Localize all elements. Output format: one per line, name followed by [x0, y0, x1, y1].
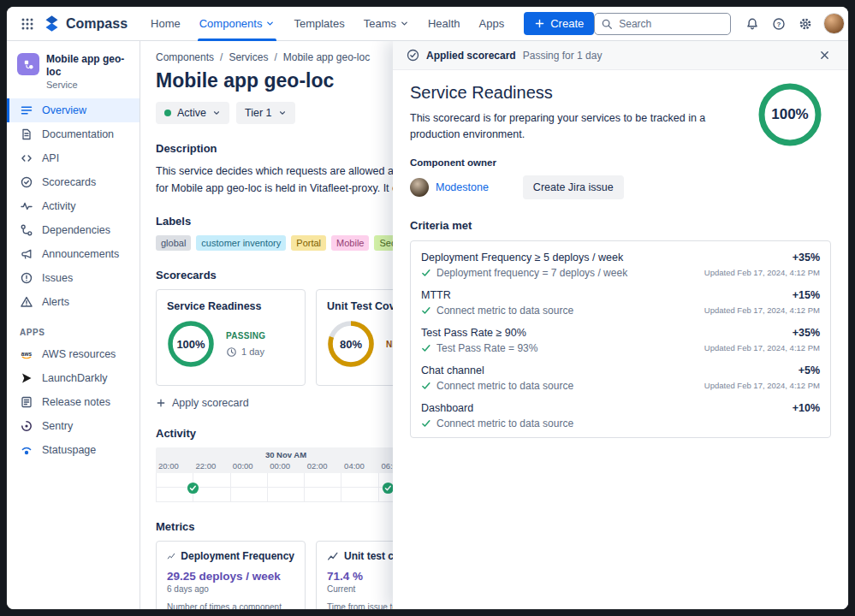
top-navigation: Compass Home Components Templates Teams … [7, 7, 848, 41]
search-input[interactable] [594, 13, 731, 35]
sidebar-item-activity[interactable]: Activity [7, 194, 140, 218]
nav-apps[interactable]: Apps [470, 7, 514, 41]
applied-scorecard-panel: Applied scorecard Passing for 1 day Serv… [393, 41, 848, 609]
criterion-weight: +10% [793, 402, 820, 414]
criterion-detail: Connect metric to data source [436, 380, 573, 392]
criterion-row: Dashboard +10% Connect metric to data so… [411, 396, 830, 434]
sidebar-item-issues[interactable]: Issues [7, 266, 140, 290]
metric-updated: 6 days ago [167, 584, 294, 594]
breadcrumb-components[interactable]: Components [156, 51, 214, 63]
panel-header-status: Passing for 1 day [523, 50, 603, 62]
overview-icon [20, 104, 33, 117]
issues-icon [20, 271, 33, 285]
activity-timeline: 30 Nov AM 20:00 22:00 00:00 00:00 02:00 … [156, 447, 416, 502]
panel-header-label: Applied scorecard [426, 50, 516, 62]
alert-triangle-icon [20, 295, 33, 309]
nav-teams[interactable]: Teams [354, 7, 419, 41]
criterion-weight: +5% [799, 364, 820, 376]
check-icon [421, 268, 431, 278]
search-box [594, 13, 731, 35]
criterion-name: MTTR [421, 289, 451, 301]
criteria-list: Deployment Frequency ≥ 5 deploys / week … [410, 240, 831, 438]
criterion-row: Deployment Frequency ≥ 5 deploys / week … [411, 246, 830, 283]
sidebar-item-api[interactable]: API [7, 146, 140, 170]
notifications-icon[interactable] [740, 12, 764, 36]
criterion-name: Chat channel [421, 364, 484, 376]
timeline-header: 30 Nov AM 20:00 22:00 00:00 00:00 02:00 … [156, 447, 416, 473]
code-icon [20, 151, 33, 165]
label-tag[interactable]: Portal [291, 235, 326, 251]
nav-home[interactable]: Home [141, 7, 190, 41]
criterion-name: Dashboard [421, 402, 473, 414]
check-icon [421, 343, 431, 353]
criterion-weight: +15% [793, 289, 820, 301]
megaphone-icon [20, 247, 33, 261]
criteria-met-heading: Criteria met [410, 219, 831, 232]
sidebar-app-sentry[interactable]: Sentry [7, 414, 140, 438]
topnav-right-cluster: ? [594, 12, 845, 36]
clock-icon [226, 346, 237, 358]
criterion-updated: Updated Feb 17, 2024, 4:12 PM [704, 343, 820, 352]
launchdarkly-icon [20, 371, 33, 385]
tier-dropdown[interactable]: Tier 1 [236, 102, 295, 124]
document-icon [20, 127, 33, 141]
breadcrumb-services[interactable]: Services [229, 51, 268, 63]
scorecard-icon [20, 175, 33, 189]
sidebar-item-documentation[interactable]: Documentation [7, 122, 140, 146]
criterion-detail: Connect metric to data source [436, 305, 573, 317]
statuspage-icon [20, 443, 33, 457]
label-tag[interactable]: Mobile [331, 235, 369, 251]
scorecard-score-value: 100% [757, 82, 822, 147]
criterion-updated: Updated Feb 17, 2024, 4:12 PM [704, 268, 820, 277]
timeline-date: 30 Nov AM [156, 450, 416, 459]
status-dropdown[interactable]: Active [156, 102, 229, 124]
aws-icon: aws [20, 347, 33, 361]
criterion-row: MTTR +15% Connect metric to data source … [411, 283, 830, 321]
sidebar-app-release-notes[interactable]: Release notes [7, 390, 140, 414]
user-avatar[interactable] [823, 13, 845, 34]
scorecard-score-ring: 100% [757, 82, 822, 147]
chevron-down-icon [212, 109, 221, 117]
component-icon [17, 53, 39, 75]
dependencies-icon [20, 223, 33, 237]
line-chart-icon [327, 550, 339, 562]
scorecard-card-service-readiness[interactable]: Service Readiness 100% PASSING 1 day [156, 289, 306, 386]
criterion-name: Deployment Frequency ≥ 5 deploys / week [421, 252, 623, 264]
metric-card-deployment-frequency[interactable]: Deployment Frequency 29.25 deploys / wee… [156, 541, 306, 609]
active-status-dot [164, 110, 171, 116]
criterion-updated: Updated Feb 17, 2024, 4:12 PM [704, 305, 820, 315]
settings-gear-icon[interactable] [793, 12, 817, 36]
score-ring-80: 80% [327, 320, 375, 368]
app-switcher-icon[interactable] [15, 12, 39, 36]
sidebar-item-overview[interactable]: Overview [7, 98, 140, 122]
nav-components[interactable]: Components [190, 7, 285, 41]
label-tag[interactable]: customer inventory [196, 235, 286, 251]
nav-health[interactable]: Health [419, 7, 470, 41]
sidebar-item-announcements[interactable]: Announcements [7, 242, 140, 266]
sidebar: Mobile app geo-loc Service Overview Docu… [7, 41, 140, 609]
sidebar-item-dependencies[interactable]: Dependencies [7, 218, 140, 242]
help-icon[interactable]: ? [767, 12, 791, 36]
sidebar-app-statuspage[interactable]: Statuspage [7, 438, 140, 462]
label-tag[interactable]: global [156, 235, 191, 251]
create-jira-issue-button[interactable]: Create Jira issue [523, 175, 624, 199]
panel-header: Applied scorecard Passing for 1 day [393, 41, 848, 70]
sentry-icon [20, 419, 33, 433]
sidebar-item-scorecards[interactable]: Scorecards [7, 170, 140, 194]
sidebar-app-launchdarkly[interactable]: LaunchDarkly [7, 366, 140, 390]
criterion-weight: +35% [793, 252, 820, 264]
timeline-grid [156, 473, 416, 502]
sidebar-app-aws-resources[interactable]: aws AWS resources [7, 342, 140, 366]
compass-logo[interactable]: Compass [43, 15, 128, 33]
owner-name-link[interactable]: Modestone [436, 181, 489, 193]
breadcrumb-current[interactable]: Mobile app geo-loc [283, 51, 370, 63]
sidebar-item-alerts[interactable]: Alerts [7, 290, 140, 314]
app-body: Mobile app geo-loc Service Overview Docu… [7, 41, 848, 609]
nav-templates[interactable]: Templates [284, 7, 353, 41]
apply-scorecard-button[interactable]: Apply scorecard [156, 397, 249, 409]
chevron-down-icon [400, 19, 409, 28]
create-button[interactable]: Create [524, 12, 594, 35]
close-icon[interactable] [814, 45, 834, 66]
deployment-event-check-icon[interactable] [187, 482, 199, 495]
criterion-weight: +35% [793, 327, 820, 339]
